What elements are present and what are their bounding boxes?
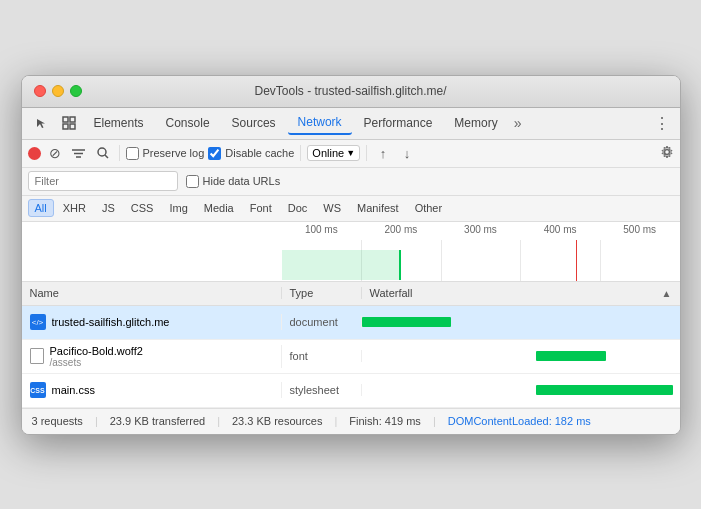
header-name[interactable]: Name bbox=[22, 287, 282, 299]
filter-toggle-button[interactable] bbox=[69, 143, 89, 163]
preserve-log-input[interactable] bbox=[126, 147, 139, 160]
status-bar: 3 requests | 23.9 KB transferred | 23.3 … bbox=[22, 408, 680, 434]
svg-rect-3 bbox=[70, 124, 75, 129]
finish-line bbox=[576, 240, 577, 281]
tab-network[interactable]: Network bbox=[288, 111, 352, 135]
resources-size: 23.3 KB resources bbox=[232, 415, 323, 427]
dom-content-time: DOMContentLoaded: 182 ms bbox=[448, 415, 591, 427]
sep-2: | bbox=[217, 415, 220, 427]
preserve-log-checkbox[interactable]: Preserve log bbox=[126, 147, 205, 160]
separator-1 bbox=[119, 145, 120, 161]
timeline-labels: 100 ms 200 ms 300 ms 400 ms 500 ms bbox=[282, 224, 680, 235]
sort-arrow-icon: ▲ bbox=[662, 288, 672, 299]
type-filter-other[interactable]: Other bbox=[408, 199, 450, 217]
type-filter-ws[interactable]: WS bbox=[316, 199, 348, 217]
preserve-log-label: Preserve log bbox=[143, 147, 205, 159]
export-button[interactable]: ↓ bbox=[397, 143, 417, 163]
tab-elements[interactable]: Elements bbox=[84, 112, 154, 134]
hide-data-urls-checkbox[interactable]: Hide data URLs bbox=[186, 175, 281, 188]
chevron-down-icon: ▼ bbox=[346, 148, 355, 158]
header-name-label: Name bbox=[30, 287, 59, 299]
throttling-select[interactable]: Online ▼ bbox=[307, 145, 360, 161]
grid-line-3 bbox=[520, 240, 521, 281]
traffic-lights bbox=[34, 85, 82, 97]
more-tabs-button[interactable]: » bbox=[510, 115, 526, 131]
header-type-label: Type bbox=[290, 287, 314, 299]
type-filter-css[interactable]: CSS bbox=[124, 199, 161, 217]
svg-point-7 bbox=[98, 148, 106, 156]
row-type-2: font bbox=[282, 350, 362, 362]
type-filter-img[interactable]: Img bbox=[162, 199, 194, 217]
dom-content-range bbox=[282, 250, 401, 280]
css-icon: CSS bbox=[30, 382, 46, 398]
row-type-3: stylesheet bbox=[282, 384, 362, 396]
tab-performance[interactable]: Performance bbox=[354, 112, 443, 134]
inspect-tool[interactable] bbox=[56, 112, 82, 134]
table-row[interactable]: CSS main.css stylesheet bbox=[22, 374, 680, 408]
search-button[interactable] bbox=[93, 143, 113, 163]
svg-rect-2 bbox=[63, 124, 68, 129]
row-name-1: </> trusted-sailfish.glitch.me bbox=[22, 314, 282, 330]
type-filter-doc[interactable]: Doc bbox=[281, 199, 315, 217]
table-row[interactable]: Pacifico-Bold.woff2 /assets font bbox=[22, 340, 680, 374]
waterfall-bar-1 bbox=[362, 317, 451, 327]
doc-icon bbox=[30, 348, 44, 364]
row-waterfall-1 bbox=[362, 306, 680, 339]
type-filter-font[interactable]: Font bbox=[243, 199, 279, 217]
tabs-bar: Elements Console Sources Network Perform… bbox=[22, 108, 680, 140]
waterfall-timeline: 100 ms 200 ms 300 ms 400 ms 500 ms bbox=[22, 222, 680, 282]
header-waterfall[interactable]: Waterfall ▲ bbox=[362, 287, 680, 299]
close-button[interactable] bbox=[34, 85, 46, 97]
hide-data-urls-label: Hide data URLs bbox=[203, 175, 281, 187]
type-filter-manifest[interactable]: Manifest bbox=[350, 199, 406, 217]
svg-rect-0 bbox=[63, 117, 68, 122]
row-waterfall-2 bbox=[362, 340, 680, 373]
type-filter-bar: All XHR JS CSS Img Media Font Doc WS Man… bbox=[22, 196, 680, 222]
cursor-tool[interactable] bbox=[28, 112, 54, 134]
timeline-label-400: 400 ms bbox=[520, 224, 600, 235]
minimize-button[interactable] bbox=[52, 85, 64, 97]
network-toolbar: ⊘ Preserve log Disable cache Online ▼ ↑ … bbox=[22, 140, 680, 168]
record-button[interactable] bbox=[28, 147, 41, 160]
sep-1: | bbox=[95, 415, 98, 427]
settings-button[interactable] bbox=[660, 145, 674, 162]
svg-line-8 bbox=[105, 155, 108, 158]
requests-count: 3 requests bbox=[32, 415, 83, 427]
table-header: Name Type Waterfall ▲ bbox=[22, 282, 680, 306]
import-button[interactable]: ↑ bbox=[373, 143, 393, 163]
tab-sources[interactable]: Sources bbox=[222, 112, 286, 134]
maximize-button[interactable] bbox=[70, 85, 82, 97]
separator-2 bbox=[300, 145, 301, 161]
type-filter-xhr[interactable]: XHR bbox=[56, 199, 93, 217]
row-name-text-1: trusted-sailfish.glitch.me bbox=[52, 316, 170, 328]
disable-cache-label: Disable cache bbox=[225, 147, 294, 159]
waterfall-bar-2 bbox=[536, 351, 606, 361]
tab-console[interactable]: Console bbox=[156, 112, 220, 134]
timeline-label-200: 200 ms bbox=[361, 224, 441, 235]
clear-button[interactable]: ⊘ bbox=[45, 143, 65, 163]
timeline-label-300: 300 ms bbox=[441, 224, 521, 235]
grid-line-2 bbox=[441, 240, 442, 281]
titlebar: DevTools - trusted-sailfish.glitch.me/ bbox=[22, 76, 680, 108]
type-filter-js[interactable]: JS bbox=[95, 199, 122, 217]
transferred-size: 23.9 KB transferred bbox=[110, 415, 205, 427]
tab-memory[interactable]: Memory bbox=[444, 112, 507, 134]
row-name-sub-2: /assets bbox=[50, 357, 143, 368]
disable-cache-checkbox[interactable]: Disable cache bbox=[208, 147, 294, 160]
hide-data-urls-input[interactable] bbox=[186, 175, 199, 188]
row-name-2: Pacifico-Bold.woff2 /assets bbox=[22, 345, 282, 368]
header-type[interactable]: Type bbox=[282, 287, 362, 299]
table-row[interactable]: </> trusted-sailfish.glitch.me document bbox=[22, 306, 680, 340]
row-name-text-3: main.css bbox=[52, 384, 95, 396]
filter-input[interactable] bbox=[28, 171, 178, 191]
row-name-3: CSS main.css bbox=[22, 382, 282, 398]
type-filter-media[interactable]: Media bbox=[197, 199, 241, 217]
disable-cache-input[interactable] bbox=[208, 147, 221, 160]
type-filter-all[interactable]: All bbox=[28, 199, 54, 217]
row-waterfall-3 bbox=[362, 374, 680, 407]
row-name-text-2: Pacifico-Bold.woff2 bbox=[50, 345, 143, 357]
sep-3: | bbox=[334, 415, 337, 427]
devtools-menu-button[interactable]: ⋮ bbox=[650, 114, 674, 133]
timeline-grid bbox=[282, 240, 680, 281]
header-waterfall-label: Waterfall bbox=[370, 287, 413, 299]
